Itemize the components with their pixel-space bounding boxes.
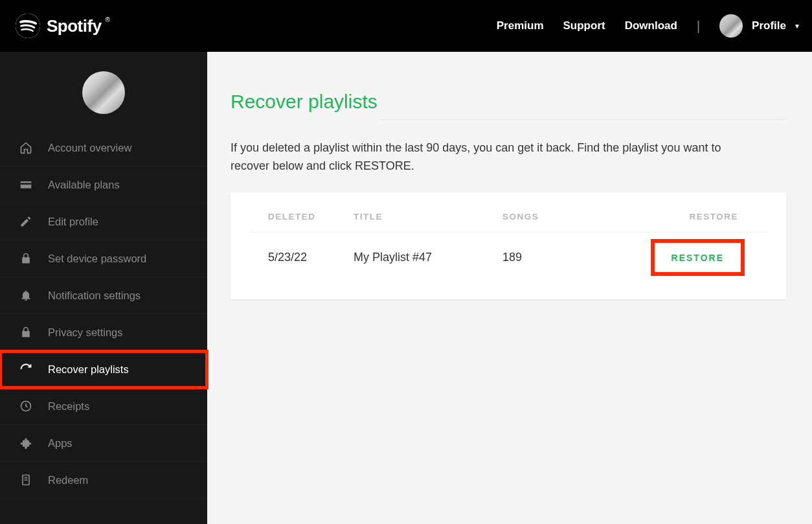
- sidebar-item-label: Notification settings: [48, 290, 141, 302]
- table-row: 5/23/22 My Playlist #47 189 RESTORE: [250, 245, 767, 269]
- cell-songs: 189: [502, 251, 632, 264]
- profile-label: Profile: [752, 19, 786, 32]
- sidebar-item-edit-profile[interactable]: Edit profile: [0, 203, 207, 240]
- trademark-symbol: ®: [106, 16, 110, 23]
- nav-support[interactable]: Support: [563, 19, 605, 32]
- spotify-logo[interactable]: Spotify ®: [16, 14, 113, 38]
- clock-icon: [19, 400, 32, 413]
- cell-restore: RESTORE: [632, 245, 767, 269]
- svg-rect-2: [21, 183, 32, 185]
- bell-icon: [19, 289, 32, 302]
- spotify-icon: [16, 14, 40, 38]
- cell-deleted: 5/23/22: [250, 251, 354, 264]
- top-header: Spotify ® Premium Support Download | Pro…: [0, 0, 812, 52]
- sidebar-item-account-overview[interactable]: Account overview: [0, 130, 207, 166]
- sidebar-item-label: Apps: [48, 437, 73, 450]
- svg-rect-1: [21, 181, 32, 188]
- sidebar: Account overview Available plans Edit pr…: [0, 52, 207, 524]
- col-header-deleted: DELETED: [250, 212, 354, 222]
- card-icon: [19, 178, 32, 191]
- pencil-icon: [19, 215, 32, 228]
- lock-icon: [19, 326, 32, 339]
- page-title: Recover playlists: [231, 91, 786, 113]
- refresh-icon: [19, 363, 32, 376]
- sidebar-item-redeem[interactable]: Redeem: [0, 462, 207, 499]
- profile-menu[interactable]: Profile ▾: [719, 14, 799, 38]
- sidebar-item-label: Receipts: [48, 400, 89, 413]
- sidebar-item-privacy-settings[interactable]: Privacy settings: [0, 314, 207, 351]
- playlists-table: DELETED TITLE SONGS RESTORE 5/23/22 My P…: [231, 192, 786, 299]
- sidebar-item-label: Privacy settings: [48, 326, 123, 339]
- sidebar-item-available-plans[interactable]: Available plans: [0, 166, 207, 203]
- nav-premium[interactable]: Premium: [497, 19, 544, 32]
- intro-text: If you deleted a playlist within the las…: [231, 139, 749, 176]
- sidebar-item-notification-settings[interactable]: Notification settings: [0, 277, 207, 314]
- sidebar-item-label: Edit profile: [48, 216, 98, 228]
- nav-divider: |: [697, 19, 700, 34]
- sidebar-item-label: Redeem: [48, 474, 88, 486]
- receipt-icon: [19, 473, 32, 486]
- sidebar-item-label: Account overview: [48, 142, 131, 154]
- restore-button[interactable]: RESTORE: [669, 246, 727, 269]
- avatar: [719, 14, 743, 38]
- sidebar-item-label: Available plans: [48, 179, 120, 191]
- header-nav: Premium Support Download | Profile ▾: [497, 14, 799, 38]
- sidebar-item-label: Recover playlists: [48, 363, 129, 376]
- puzzle-icon: [19, 437, 32, 450]
- sidebar-item-receipts[interactable]: Receipts: [0, 388, 207, 425]
- brand-name: Spotify: [47, 16, 102, 36]
- col-header-title: TITLE: [354, 212, 502, 222]
- sidebar-item-recover-playlists[interactable]: Recover playlists: [0, 351, 207, 388]
- col-header-restore: RESTORE: [632, 212, 767, 222]
- sidebar-item-set-device-password[interactable]: Set device password: [0, 240, 207, 277]
- home-icon: [19, 141, 32, 154]
- sidebar-item-apps[interactable]: Apps: [0, 425, 207, 462]
- sidebar-item-label: Set device password: [48, 253, 146, 265]
- chevron-down-icon: ▾: [795, 21, 799, 30]
- title-divider: [379, 119, 786, 120]
- lock-icon: [19, 252, 32, 265]
- cell-title: My Playlist #47: [354, 251, 502, 264]
- restore-highlight: RESTORE: [657, 245, 738, 269]
- table-header: DELETED TITLE SONGS RESTORE: [250, 212, 767, 232]
- col-header-songs: SONGS: [502, 212, 632, 222]
- table-header-divider: [250, 232, 767, 233]
- avatar-large[interactable]: [82, 71, 125, 114]
- main-content: Recover playlists If you deleted a playl…: [207, 52, 812, 524]
- nav-download[interactable]: Download: [625, 19, 677, 32]
